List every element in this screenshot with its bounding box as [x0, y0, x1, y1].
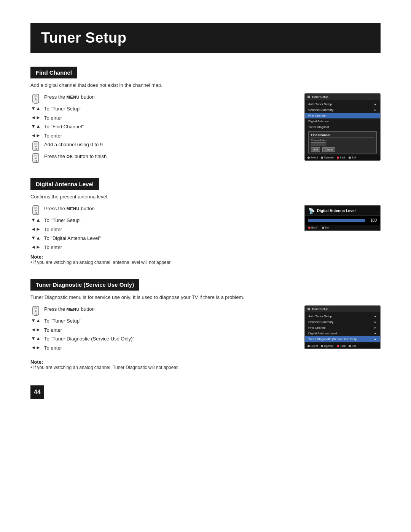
- tv-footer: Select Operate Back Exit: [305, 155, 380, 160]
- svg-rect-24: [35, 212, 35, 213]
- tuner-diagnostic-section: Tuner Diagnostic (Service Use Only) Tune…: [30, 279, 381, 370]
- tv-footer-operate: Operate: [321, 156, 333, 159]
- svg-rect-4: [36, 101, 37, 101]
- svg-rect-11: [36, 148, 37, 149]
- step-row: ◄► To enter: [30, 326, 293, 334]
- tv-footer-back: Back: [337, 345, 346, 347]
- tv-antenna-footer: Back Exit: [305, 225, 380, 230]
- arrow-ud-icon: ▼▲: [30, 318, 41, 323]
- find-channel-instructions: Press the MENU button ▼▲ To "Tuner Setup…: [30, 93, 381, 165]
- step-row: ▼▲ To "Tuner Diagnostic (Service Use Onl…: [30, 335, 293, 343]
- tv-antenna-titlebar: 📡 Digital Antenna Level: [305, 206, 380, 216]
- tv-title-text: Tuner Setup: [312, 95, 328, 99]
- tuner-diagnostic-header: Tuner Diagnostic (Service Use Only): [30, 279, 139, 291]
- step-text: Press the OK button to finish: [44, 153, 293, 160]
- tv-menu-item: Find Channel►: [305, 325, 380, 331]
- svg-rect-22: [34, 207, 37, 209]
- tv-menu-item: Auto Tuner Setup►: [305, 313, 380, 319]
- svg-rect-1: [34, 95, 37, 97]
- note-box: Note: • If you are watching an analog ch…: [30, 254, 293, 265]
- tv-menu-item-highlighted: Find Channel: [305, 113, 380, 118]
- step-text: Press the MENU button: [44, 305, 293, 313]
- find-channel-steps: Press the MENU button ▼▲ To "Tuner Setup…: [30, 93, 293, 165]
- menu-bold: MENU: [67, 95, 80, 99]
- arrow-ud-icon: ▼▲: [30, 335, 41, 341]
- tv-popup-row: Channel Num.: [311, 139, 374, 142]
- tv-add-button: Add: [311, 147, 320, 152]
- tv-popup-find-channel: Find Channel Channel Num. Add Cancel: [308, 131, 377, 153]
- step-row: Press the MENU button: [30, 205, 293, 215]
- digital-antenna-screenshot: 📡 Digital Antenna Level 100 Back: [304, 205, 381, 231]
- step-text: To enter: [44, 344, 293, 352]
- tv-menu-item: Tuner Diagnost: [305, 124, 380, 130]
- tv-footer-exit: Exit: [349, 156, 356, 159]
- step-text: To enter: [44, 226, 293, 233]
- svg-rect-12: [35, 149, 35, 150]
- svg-rect-10: [35, 148, 35, 149]
- svg-rect-6: [36, 102, 37, 102]
- tuner-diagnostic-desc: Tuner Diagnostic menu is for service use…: [30, 294, 381, 300]
- tv-footer-select: Select: [307, 156, 318, 159]
- step-text: To enter: [44, 114, 293, 122]
- tv-level-bar-bg: [308, 219, 365, 222]
- svg-point-23: [35, 210, 37, 211]
- tv-screen-find-channel: Tuner Setup Auto Tuner Setup► Channel Su…: [304, 93, 381, 161]
- tuner-diagnostic-instructions: Press the MENU button ▼▲ To "Tuner Setup…: [30, 305, 381, 370]
- remote-icon: [30, 141, 41, 151]
- tv-footer-back: Back: [337, 156, 346, 159]
- tv-popup-input-row: [311, 142, 374, 146]
- remote-icon: [30, 205, 41, 215]
- tv-menu-list: Auto Tuner Setup► Channel Summary► Find …: [305, 312, 380, 343]
- remote-icon: [30, 153, 41, 163]
- tv-footer: Select Operate Back Exit: [305, 343, 380, 348]
- svg-rect-8: [34, 143, 37, 145]
- digital-antenna-header: Digital Antenna Level: [30, 178, 99, 190]
- step-text: To enter: [44, 326, 293, 334]
- antenna-icon: 📡: [308, 208, 315, 214]
- arrow-lr-icon: ◄►: [30, 226, 41, 232]
- svg-point-16: [35, 158, 37, 159]
- step-text: To "Find Channel": [44, 123, 293, 131]
- digital-antenna-desc: Confirms the present antenna level.: [30, 194, 381, 200]
- note-label: Note:: [30, 359, 293, 365]
- svg-rect-3: [35, 101, 35, 101]
- page-container: Tuner Setup Find Channel Add a digital c…: [0, 0, 411, 422]
- step-row: ◄► To enter: [30, 114, 293, 122]
- step-row: ◄► To enter: [30, 132, 293, 140]
- svg-rect-34: [36, 314, 37, 315]
- note-text: • If you are watching an analog channel,…: [30, 365, 293, 370]
- page-number: 44: [30, 385, 44, 399]
- tv-footer-back: Back: [308, 226, 317, 229]
- tv-menu-item: Digital Antenna Level►: [305, 331, 380, 336]
- tv-screen-diagnostic: Tuner Setup Auto Tuner Setup► Channel Su…: [304, 305, 381, 349]
- arrow-lr-icon: ◄►: [30, 133, 41, 138]
- tv-antenna-level-bar: 100: [305, 216, 380, 225]
- menu-bold: MENU: [67, 307, 80, 312]
- step-text: To "Tuner Setup": [44, 105, 293, 113]
- tv-menu-item: Channel Summary►: [305, 319, 380, 325]
- step-row: ▼▲ To "Find Channel": [30, 123, 293, 131]
- note-box: Note: • If you are watching an analog ch…: [30, 359, 293, 370]
- tv-screen-antenna: 📡 Digital Antenna Level 100 Back: [304, 205, 381, 231]
- step-row: ▼▲ To "Tuner Setup": [30, 217, 293, 224]
- svg-rect-20: [36, 161, 37, 162]
- arrow-ud-icon: ▼▲: [30, 123, 41, 129]
- note-text: • If you are watching an analog channel,…: [30, 260, 293, 265]
- svg-point-2: [35, 98, 37, 100]
- step-text: Press the MENU button: [44, 205, 293, 212]
- find-channel-header: Find Channel: [30, 67, 77, 78]
- tv-footer-exit: Exit: [322, 226, 330, 229]
- step-row: ▼▲ To "Digital Antenna Level": [30, 235, 293, 242]
- find-channel-section: Find Channel Add a digital channel that …: [30, 67, 381, 165]
- svg-rect-18: [36, 160, 37, 161]
- remote-icon: [30, 306, 41, 316]
- tv-popup-buttons: Add Cancel: [311, 147, 374, 152]
- step-row: Press the MENU button: [30, 305, 293, 316]
- step-row: Add a channel using 0 to 9: [30, 141, 293, 151]
- svg-point-30: [35, 310, 37, 312]
- tv-level-number: 100: [368, 218, 377, 222]
- tuner-diagnostic-steps: Press the MENU button ▼▲ To "Tuner Setup…: [30, 305, 293, 370]
- step-row: Press the OK button to finish: [30, 153, 293, 163]
- arrow-ud-icon: ▼▲: [30, 217, 41, 223]
- step-text: To enter: [44, 132, 293, 140]
